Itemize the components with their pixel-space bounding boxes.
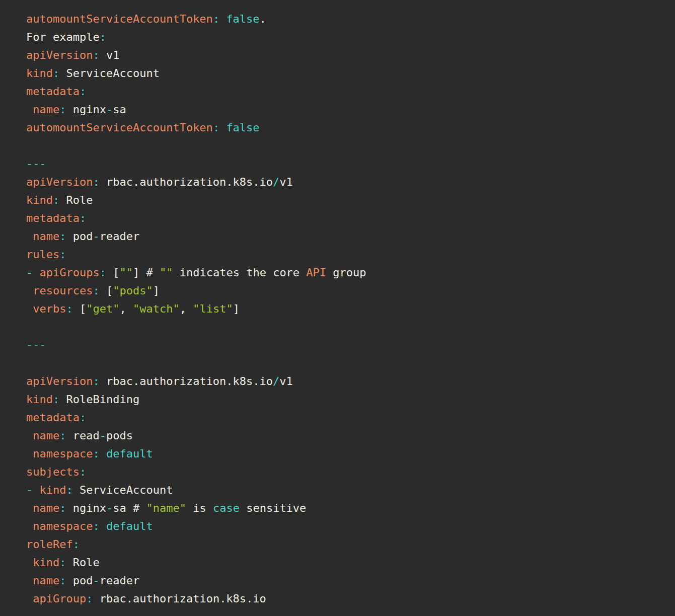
token-key: kind (26, 67, 53, 80)
token-op: / (273, 375, 279, 388)
token-op: case (213, 502, 240, 514)
token-op: : (213, 121, 219, 134)
token-text: nginx (66, 103, 106, 116)
token-str: "" (160, 266, 173, 279)
code-line: automountServiceAccountToken: false (26, 119, 670, 137)
token-key: resources (33, 284, 93, 297)
token-op: : (93, 447, 99, 460)
token-op: : (80, 466, 86, 478)
token-key: apiVersion (26, 176, 93, 188)
token-text (33, 266, 39, 279)
code-line: apiVersion: rbac.authorization.k8s.io/v1 (26, 173, 670, 191)
token-key: name (33, 502, 59, 514)
token-key: apiGroups (40, 266, 100, 279)
code-line: apiVersion: rbac.authorization.k8s.io/v1 (26, 372, 670, 391)
token-key: kind (33, 556, 59, 569)
token-op: : (59, 103, 66, 116)
code-line-blank (26, 318, 670, 336)
token-text (26, 574, 33, 587)
token-op: : (80, 411, 86, 424)
token-text (26, 230, 33, 243)
code-line: For example: (26, 28, 670, 46)
token-text: pod (66, 574, 93, 587)
token-key: metadata (26, 212, 80, 224)
token-text: [ (100, 284, 113, 297)
token-op: false (226, 121, 259, 134)
token-op: - (106, 502, 113, 514)
code-line: --- (26, 336, 670, 354)
token-op: : (93, 375, 99, 388)
token-str: "pods" (113, 284, 153, 297)
token-str: "" (119, 266, 133, 279)
token-op: : (59, 248, 66, 261)
code-line: verbs: ["get", "watch", "list"] (26, 300, 670, 318)
code-line: name: pod-reader (26, 227, 670, 246)
token-text (26, 302, 33, 315)
code-line: resources: ["pods"] (26, 282, 670, 300)
token-text: read (66, 429, 99, 442)
token-key: name (33, 230, 59, 243)
token-text: ] # (133, 266, 160, 279)
token-key: apiVersion (26, 375, 93, 388)
code-line: rules: (26, 246, 670, 264)
token-op: : (59, 429, 66, 442)
token-op: : (93, 520, 99, 532)
token-key: rules (26, 248, 59, 261)
token-op: - (93, 574, 99, 587)
token-op: : (73, 538, 80, 551)
code-line: --- (26, 155, 670, 173)
token-text: For example (26, 31, 100, 43)
token-op: / (273, 176, 279, 188)
token-text: ServiceAccount (59, 67, 160, 80)
token-str: "watch" (133, 302, 180, 315)
token-text: nginx (66, 502, 106, 514)
code-line: name: read-pods (26, 427, 670, 445)
token-key: API (306, 266, 326, 279)
code-line: automountServiceAccountToken: false. (26, 10, 670, 28)
token-text (26, 447, 33, 460)
token-op: : (100, 31, 106, 43)
code-line: roleRef: (26, 535, 670, 554)
token-key: metadata (26, 85, 80, 98)
token-text: pod (66, 230, 93, 243)
code-line: - apiGroups: [""] # "" indicates the cor… (26, 264, 670, 282)
token-text: sa # (113, 502, 146, 514)
code-line: kind: Role (26, 191, 670, 209)
token-text (100, 447, 106, 460)
token-str: "get" (86, 302, 119, 315)
token-text (219, 13, 226, 25)
code-line: name: nginx-sa # "name" is case sensitiv… (26, 499, 670, 517)
token-text: RoleBinding (59, 393, 139, 406)
code-line: name: pod-reader (26, 572, 670, 590)
token-op: : (213, 13, 219, 25)
token-op: : (93, 49, 99, 61)
token-text: rbac.authorization.k8s.io (93, 592, 266, 605)
token-key: verbs (33, 302, 66, 315)
token-text (26, 556, 33, 569)
token-text (26, 502, 33, 514)
token-key: kind (26, 393, 53, 406)
token-key: automountServiceAccountToken (26, 121, 213, 134)
token-text: group (326, 266, 366, 279)
token-text: , (180, 302, 193, 315)
token-text: v1 (279, 176, 293, 188)
code-line: name: nginx-sa (26, 101, 670, 119)
token-op: - (106, 103, 113, 116)
token-text (26, 592, 33, 605)
token-text (100, 520, 106, 532)
code-line: kind: Role (26, 554, 670, 572)
token-text (219, 121, 226, 134)
token-op: --- (26, 339, 46, 351)
token-key: name (33, 574, 59, 587)
token-text: ] (233, 302, 240, 315)
token-op: - (26, 266, 33, 279)
token-text: is (186, 502, 213, 514)
token-op: - (100, 429, 106, 442)
token-op: : (80, 212, 86, 224)
token-op: default (106, 520, 153, 532)
token-op: : (100, 266, 106, 279)
token-text (26, 520, 33, 532)
token-op: : (80, 85, 86, 98)
token-key: roleRef (26, 538, 73, 551)
token-key: metadata (26, 411, 80, 424)
